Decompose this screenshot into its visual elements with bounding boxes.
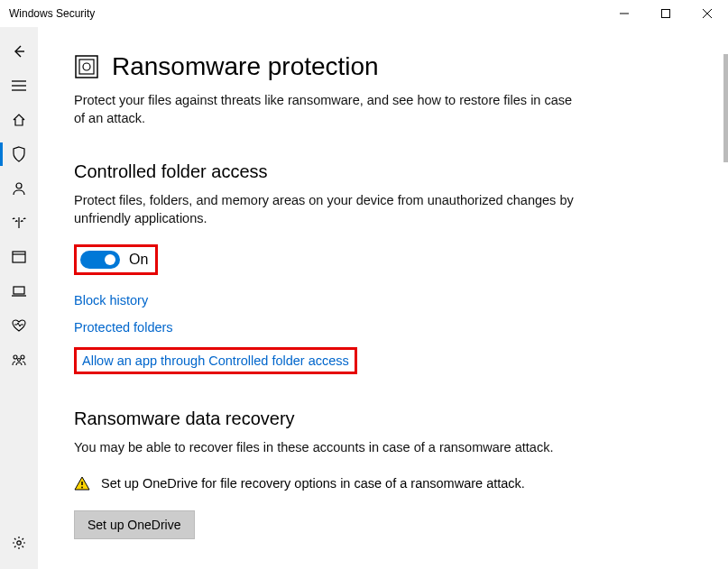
maximize-button[interactable]: [645, 0, 687, 27]
svg-rect-1: [662, 10, 670, 18]
back-button[interactable]: [0, 34, 38, 69]
sidebar-item-family[interactable]: [0, 343, 38, 377]
controlled-folder-toggle[interactable]: [80, 251, 120, 269]
person-icon: [12, 181, 26, 196]
toggle-state-label: On: [129, 252, 148, 268]
content-area: Ransomware protection Protect your files…: [38, 27, 728, 569]
controlled-folder-heading: Controlled folder access: [74, 161, 692, 182]
window-icon: [12, 251, 26, 263]
window-title: Windows Security: [9, 7, 95, 20]
recovery-heading: Ransomware data recovery: [74, 408, 692, 429]
svg-rect-11: [14, 287, 24, 294]
svg-point-15: [18, 359, 21, 362]
gear-icon: [12, 536, 26, 550]
sidebar-item-firewall[interactable]: [0, 206, 38, 240]
controlled-folder-toggle-wrap: On: [74, 244, 158, 275]
sidebar-item-virus[interactable]: [0, 137, 38, 171]
recovery-section: Ransomware data recovery You may be able…: [74, 408, 692, 540]
svg-point-19: [83, 63, 90, 70]
close-button[interactable]: [687, 0, 728, 27]
ransomware-icon: [74, 54, 99, 79]
controlled-folder-section: Controlled folder access Protect files, …: [74, 161, 692, 374]
svg-point-21: [81, 487, 83, 489]
allow-app-link[interactable]: Allow an app through Controlled folder a…: [74, 347, 357, 374]
svg-point-8: [16, 183, 22, 188]
toggle-knob: [105, 254, 115, 265]
sidebar-item-settings[interactable]: [0, 526, 38, 560]
sidebar: [0, 27, 38, 569]
sidebar-item-device-security[interactable]: [0, 274, 38, 308]
recovery-warning-text: Set up OneDrive for file recovery option…: [101, 474, 525, 492]
shield-icon: [12, 146, 26, 162]
menu-button[interactable]: [0, 69, 38, 103]
home-icon: [12, 113, 26, 127]
family-icon: [11, 353, 27, 366]
setup-onedrive-button[interactable]: Set up OneDrive: [74, 510, 195, 539]
svg-rect-9: [13, 252, 25, 262]
svg-point-16: [17, 541, 21, 545]
laptop-icon: [11, 286, 27, 297]
sidebar-item-account[interactable]: [0, 171, 38, 206]
protected-folders-link[interactable]: Protected folders: [74, 320, 173, 335]
recovery-description: You may be able to recover files in thes…: [74, 438, 579, 456]
hamburger-icon: [12, 80, 26, 91]
page-title: Ransomware protection: [112, 52, 379, 81]
sidebar-item-app-browser[interactable]: [0, 240, 38, 274]
svg-point-13: [14, 355, 17, 359]
network-icon: [11, 216, 27, 229]
controlled-folder-description: Protect files, folders, and memory areas…: [74, 191, 579, 228]
heart-pulse-icon: [11, 319, 27, 332]
page-description: Protect your files against threats like …: [74, 92, 579, 127]
warning-icon: [74, 476, 90, 491]
sidebar-item-device-performance[interactable]: [0, 308, 38, 343]
scrollbar-thumb[interactable]: [723, 54, 728, 162]
titlebar: Windows Security: [0, 0, 728, 27]
arrow-left-icon: [12, 44, 26, 59]
sidebar-item-home[interactable]: [0, 103, 38, 137]
svg-rect-18: [79, 60, 94, 74]
minimize-button[interactable]: [604, 0, 645, 27]
svg-point-14: [21, 355, 24, 359]
block-history-link[interactable]: Block history: [74, 293, 148, 307]
